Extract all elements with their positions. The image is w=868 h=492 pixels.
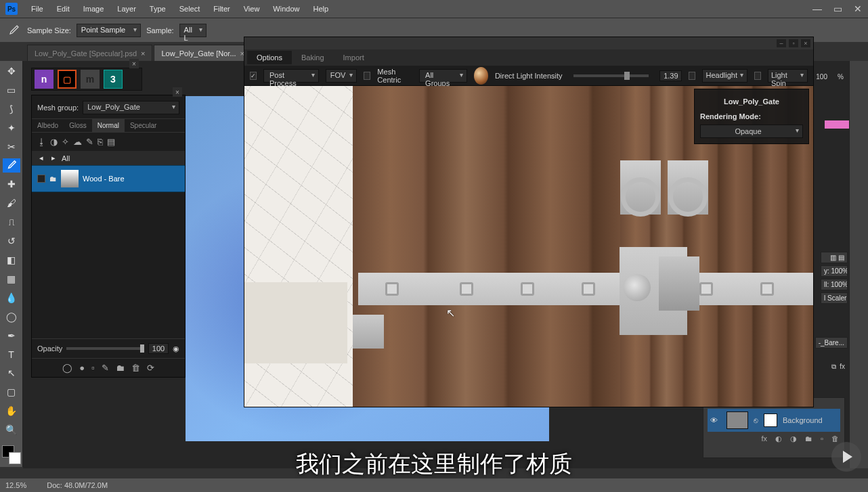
menu-image[interactable]: Image xyxy=(77,2,111,16)
window-minimize-icon[interactable]: — xyxy=(807,3,827,14)
hand-tool-icon[interactable]: ✋ xyxy=(3,403,20,418)
3do-app-icon[interactable]: 3 xyxy=(104,70,123,89)
gradient-tool-icon[interactable]: ▦ xyxy=(3,271,20,286)
layer-checkbox[interactable] xyxy=(37,175,45,183)
color-swatches[interactable] xyxy=(2,445,21,464)
all-groups-row[interactable]: ◂ ▸ All xyxy=(32,151,185,165)
tab-albedo[interactable]: Albedo xyxy=(32,119,64,132)
link-icon[interactable]: ◉ xyxy=(173,344,179,353)
new-file-icon[interactable]: ▫ xyxy=(91,363,95,373)
layer-opacity-value[interactable]: 100% xyxy=(831,267,848,275)
tab-gloss[interactable]: Gloss xyxy=(64,119,92,132)
smart-mask-icon[interactable]: ☁ xyxy=(73,137,82,147)
eyedropper-tool-icon[interactable] xyxy=(5,22,22,39)
copy-icon[interactable]: ⎘ xyxy=(97,137,103,147)
tab-options[interactable]: Options xyxy=(247,51,292,64)
visibility-icon[interactable]: 👁 xyxy=(710,416,721,424)
ddo-app-icon[interactable]: ▢ xyxy=(58,70,77,89)
history-brush-icon[interactable]: ↺ xyxy=(3,233,20,248)
brush-icon[interactable]: ✎ xyxy=(86,137,93,147)
shape-tool-icon[interactable]: ▢ xyxy=(3,384,20,399)
rendering-mode-select[interactable]: Opaque xyxy=(700,125,803,138)
close-icon[interactable]: × xyxy=(129,59,139,68)
menu-window[interactable]: Window xyxy=(266,2,306,16)
sample-size-select[interactable]: Point Sample xyxy=(77,24,141,37)
menu-layer[interactable]: Layer xyxy=(110,2,143,16)
headlight-checkbox[interactable] xyxy=(689,72,695,80)
zoom-tool-icon[interactable]: 🔍 xyxy=(3,422,20,437)
window-restore-icon[interactable]: ▭ xyxy=(827,3,848,14)
megascans-app-icon[interactable]: m xyxy=(81,70,100,89)
tab-baking[interactable]: Baking xyxy=(292,51,334,64)
window-minimize-icon[interactable]: – xyxy=(777,39,786,47)
window-close-icon[interactable]: × xyxy=(801,39,810,47)
move-tool-icon[interactable]: ✥ xyxy=(3,64,20,79)
light-intensity-value[interactable]: 1.39 xyxy=(659,70,682,81)
marquee-tool-icon[interactable]: ▭ xyxy=(3,83,20,97)
window-close-icon[interactable]: ✕ xyxy=(848,3,868,14)
fx-icon[interactable]: fx xyxy=(762,434,768,443)
layer-tag-bare[interactable]: -_Bare... xyxy=(815,337,848,349)
play-button-icon[interactable] xyxy=(831,442,861,472)
crop-tool-icon[interactable]: ✂ xyxy=(3,139,20,154)
new-layer-icon[interactable]: ▫ xyxy=(821,434,823,443)
path-tool-icon[interactable]: ↖ xyxy=(3,366,20,381)
mesh-centric-checkbox[interactable] xyxy=(364,72,370,80)
mask-icon[interactable]: ◑ xyxy=(50,137,58,147)
tab-import[interactable]: Import xyxy=(334,51,374,64)
opacity-slider[interactable] xyxy=(66,347,144,350)
eraser-tool-icon[interactable]: ◧ xyxy=(3,252,20,267)
eyedropper-tool-icon[interactable] xyxy=(3,158,20,173)
wand-tool-icon[interactable]: ✦ xyxy=(3,120,20,135)
adjustment-icon[interactable]: ◑ xyxy=(790,434,797,443)
mask-icon[interactable]: ◐ xyxy=(775,434,782,443)
link-icon[interactable]: ⧉ xyxy=(831,363,836,370)
add-mask-icon[interactable]: ✧ xyxy=(62,137,69,147)
expand-right-icon[interactable]: ▸ xyxy=(49,154,58,162)
zoom-level[interactable]: 12.5% xyxy=(5,481,26,489)
document-tab-normal[interactable]: Low_Poly_Gate [Nor...× xyxy=(154,45,252,61)
tab-normal[interactable]: Normal xyxy=(92,119,125,132)
close-icon[interactable]: × xyxy=(173,87,182,97)
menu-select[interactable]: Select xyxy=(173,2,207,16)
layer-fill-value[interactable]: 100% xyxy=(831,281,848,288)
tab-specular[interactable]: Specular xyxy=(125,119,162,132)
type-tool-icon[interactable]: T xyxy=(3,347,20,362)
user-icon[interactable]: ◯ xyxy=(62,363,72,373)
environment-sphere-icon[interactable] xyxy=(474,67,488,85)
light-spin-select[interactable]: Light Spin xyxy=(768,69,808,83)
lasso-tool-icon[interactable]: ⟆ xyxy=(3,102,20,116)
stack-icon[interactable]: ▤ xyxy=(107,137,115,147)
groups-select[interactable]: All Groups xyxy=(419,69,467,83)
ndo-app-icon[interactable]: n xyxy=(35,70,53,89)
menu-type[interactable]: Type xyxy=(143,2,173,16)
menu-view[interactable]: View xyxy=(237,2,267,16)
trash-icon[interactable]: 🗑 xyxy=(831,434,839,443)
collapse-left-icon[interactable]: ◂ xyxy=(37,154,45,162)
layer-row-wood-bare[interactable]: 🖿 Wood - Bare xyxy=(32,165,185,192)
opacity-value[interactable]: 100 xyxy=(148,343,169,354)
mesh-group-select[interactable]: Low_Poly_Gate xyxy=(83,101,179,114)
brush-tool-icon[interactable]: 🖌 xyxy=(3,196,20,210)
import-icon[interactable]: ⭳ xyxy=(37,137,46,147)
post-process-checkbox[interactable] xyxy=(250,72,257,80)
menu-file[interactable]: File xyxy=(24,2,50,16)
trash-icon[interactable]: 🗑 xyxy=(131,363,140,373)
menu-help[interactable]: Help xyxy=(306,2,335,16)
post-process-select[interactable]: Post Process xyxy=(263,69,319,83)
light-intensity-slider[interactable] xyxy=(573,74,649,77)
pen-tool-icon[interactable]: ✒ xyxy=(3,328,20,343)
background-layer-row[interactable]: 👁 ⎋ Background xyxy=(708,409,840,432)
right-panel-strip[interactable] xyxy=(849,61,868,468)
headlight-select[interactable]: Headlight xyxy=(702,69,747,83)
sample-select[interactable]: All L xyxy=(179,24,207,37)
stamp-tool-icon[interactable]: ⎍ xyxy=(3,215,20,229)
edit-icon[interactable]: ✎ xyxy=(102,363,109,373)
light-spin-checkbox[interactable] xyxy=(754,72,761,80)
layer-mask-thumbnail[interactable] xyxy=(764,413,777,427)
dodge-tool-icon[interactable]: ◯ xyxy=(3,309,20,324)
fov-select[interactable]: FOV xyxy=(326,69,357,83)
blur-tool-icon[interactable]: 💧 xyxy=(3,290,20,305)
heal-tool-icon[interactable]: ✚ xyxy=(3,177,20,192)
folder-icon[interactable]: 🖿 xyxy=(116,363,125,373)
